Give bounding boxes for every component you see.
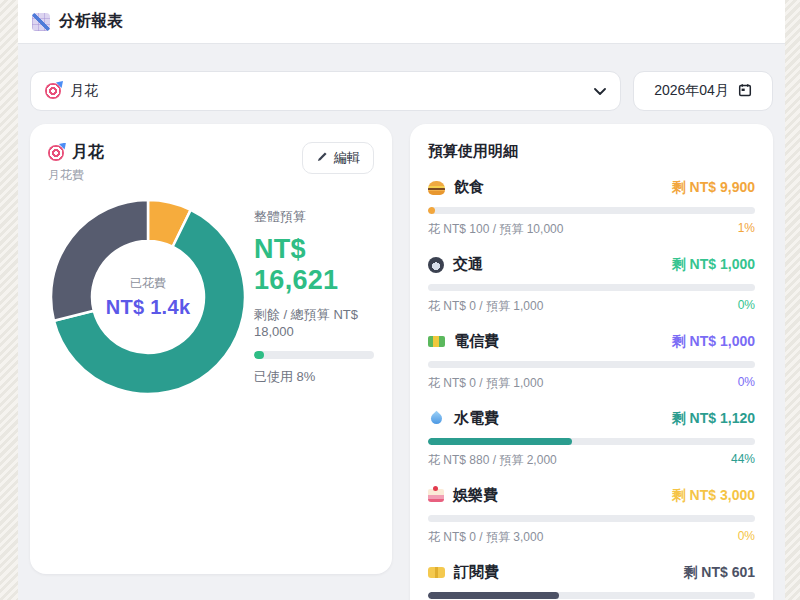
category-name: 飲食 xyxy=(454,178,484,197)
category-percent: 44% xyxy=(731,452,755,469)
category-row-head: 訂閱費 剩 NT$ 601 xyxy=(428,563,755,582)
category-row-sub: 花 NT$ 0 / 預算 1,000 0% xyxy=(428,375,755,392)
month-picker[interactable]: 2026年04月 xyxy=(633,71,773,111)
category-remaining: 剩 NT$ 601 xyxy=(683,564,755,582)
budget-name: 月花 xyxy=(72,142,104,163)
category-row: 電信費 剩 NT$ 1,000 花 NT$ 0 / 預算 1,000 0% xyxy=(428,332,755,392)
category-name-block: 飲食 xyxy=(428,178,484,197)
category-row: 訂閱費 剩 NT$ 601 花 NT$ 399 / 預算 1,000 40% xyxy=(428,563,755,600)
category-row-head: 電信費 剩 NT$ 1,000 xyxy=(428,332,755,351)
category-progress-bar xyxy=(428,361,755,368)
category-name: 電信費 xyxy=(454,332,499,351)
donut-slice xyxy=(51,200,148,321)
category-percent: 1% xyxy=(738,221,755,238)
calendar-icon xyxy=(738,83,752,100)
category-icon xyxy=(428,567,445,578)
pencil-icon xyxy=(316,151,328,166)
category-row-head: 娛樂費 剩 NT$ 3,000 xyxy=(428,486,755,505)
category-percent: 0% xyxy=(738,529,755,546)
category-spent-text: 花 NT$ 0 / 預算 3,000 xyxy=(428,529,543,546)
dartboard-icon xyxy=(48,145,64,161)
page-title: 分析報表 xyxy=(59,11,123,32)
category-remaining: 剩 NT$ 1,120 xyxy=(672,410,755,428)
category-icon xyxy=(428,489,444,502)
category-name-block: 訂閱費 xyxy=(428,563,499,582)
month-picker-value: 2026年04月 xyxy=(654,82,729,100)
remaining-amount: NT$ 16,621 xyxy=(254,234,374,296)
category-remaining: 剩 NT$ 9,900 xyxy=(672,179,755,197)
category-row: 飲食 剩 NT$ 9,900 花 NT$ 100 / 預算 10,000 1% xyxy=(428,178,755,238)
spending-donut-chart: 已花費 NT$ 1.4k xyxy=(48,197,248,397)
category-list: 飲食 剩 NT$ 9,900 花 NT$ 100 / 預算 10,000 1% … xyxy=(428,178,755,600)
category-name: 訂閱費 xyxy=(454,563,499,582)
category-row-sub: 花 NT$ 0 / 預算 3,000 0% xyxy=(428,529,755,546)
category-progress-bar xyxy=(428,438,755,445)
category-spent-text: 花 NT$ 880 / 預算 2,000 xyxy=(428,452,557,469)
category-row-head: 交通 剩 NT$ 1,000 xyxy=(428,255,755,274)
filter-row: 月花 2026年04月 xyxy=(18,44,785,111)
category-progress-bar xyxy=(428,284,755,291)
category-name-block: 娛樂費 xyxy=(428,486,498,505)
category-spent-text: 花 NT$ 100 / 預算 10,000 xyxy=(428,221,563,238)
chevron-down-icon xyxy=(594,88,606,95)
chart-row: 已花費 NT$ 1.4k 整體預算 NT$ 16,621 剩餘 / 總預算 NT… xyxy=(48,197,374,397)
overall-budget-label: 整體預算 xyxy=(254,208,374,226)
category-icon xyxy=(428,336,445,347)
category-name-block: 電信費 xyxy=(428,332,499,351)
category-icon xyxy=(429,411,445,427)
budget-select-value: 月花 xyxy=(70,82,98,100)
remaining-vs-total: 剩餘 / 總預算 NT$ 18,000 xyxy=(254,306,374,339)
category-name-block: 水電費 xyxy=(428,409,499,428)
overview-title-block: 月花 月花費 xyxy=(48,142,104,184)
budget-detail-card: 預算使用明細 飲食 剩 NT$ 9,900 花 NT$ 100 / 預算 10,… xyxy=(410,124,773,600)
category-name: 水電費 xyxy=(454,409,499,428)
category-row: 水電費 剩 NT$ 1,120 花 NT$ 880 / 預算 2,000 44% xyxy=(428,409,755,469)
used-percent-label: 已使用 8% xyxy=(254,368,374,386)
category-remaining: 剩 NT$ 1,000 xyxy=(672,333,755,351)
category-progress-bar xyxy=(428,207,755,214)
cards-area: 月花 月花費 編輯 已花費 NT$ 1.4k xyxy=(18,111,785,600)
category-row-sub: 花 NT$ 880 / 預算 2,000 44% xyxy=(428,452,755,469)
category-remaining: 剩 NT$ 3,000 xyxy=(672,487,755,505)
detail-card-title: 預算使用明細 xyxy=(428,142,755,161)
category-progress-fill xyxy=(428,592,559,599)
category-percent: 0% xyxy=(738,298,755,315)
donut-svg xyxy=(48,197,248,397)
chart-increasing-icon xyxy=(32,13,50,31)
category-name-block: 交通 xyxy=(428,255,483,274)
category-percent: 0% xyxy=(738,375,755,392)
category-progress-bar xyxy=(428,515,755,522)
category-row-head: 飲食 剩 NT$ 9,900 xyxy=(428,178,755,197)
overall-progress-fill xyxy=(254,351,264,359)
category-icon xyxy=(428,181,445,195)
category-progress-fill xyxy=(428,438,572,445)
category-spent-text: 花 NT$ 0 / 預算 1,000 xyxy=(428,375,543,392)
app-window: 分析報表 月花 2026年04月 月花 月花 xyxy=(18,0,785,600)
category-row-sub: 花 NT$ 100 / 預算 10,000 1% xyxy=(428,221,755,238)
category-icon xyxy=(428,257,444,273)
category-progress-fill xyxy=(428,207,435,214)
category-spent-text: 花 NT$ 0 / 預算 1,000 xyxy=(428,298,543,315)
overall-progress-bar xyxy=(254,351,374,359)
category-row: 娛樂費 剩 NT$ 3,000 花 NT$ 0 / 預算 3,000 0% xyxy=(428,486,755,546)
category-progress-bar xyxy=(428,592,755,599)
category-row-head: 水電費 剩 NT$ 1,120 xyxy=(428,409,755,428)
edit-button[interactable]: 編輯 xyxy=(302,142,374,174)
category-name: 娛樂費 xyxy=(453,486,498,505)
dartboard-icon xyxy=(45,83,61,99)
category-row: 交通 剩 NT$ 1,000 花 NT$ 0 / 預算 1,000 0% xyxy=(428,255,755,315)
category-remaining: 剩 NT$ 1,000 xyxy=(672,256,755,274)
category-name: 交通 xyxy=(453,255,483,274)
category-row-sub: 花 NT$ 0 / 預算 1,000 0% xyxy=(428,298,755,315)
overview-header: 月花 月花費 編輯 xyxy=(48,142,374,184)
budget-select[interactable]: 月花 xyxy=(30,71,621,111)
budget-stats: 整體預算 NT$ 16,621 剩餘 / 總預算 NT$ 18,000 已使用 … xyxy=(254,208,374,386)
edit-button-label: 編輯 xyxy=(334,149,360,167)
budget-description: 月花費 xyxy=(48,167,104,184)
budget-overview-card: 月花 月花費 編輯 已花費 NT$ 1.4k xyxy=(30,124,392,574)
top-bar: 分析報表 xyxy=(18,0,785,44)
